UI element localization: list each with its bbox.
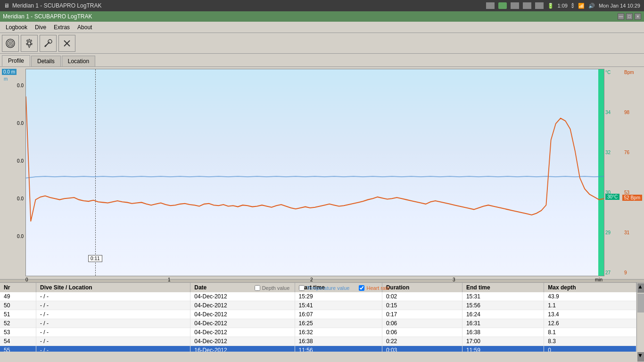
y-axis-right-temp: °C 34 32 30 30°C 29 27 xyxy=(604,69,623,276)
bpm-value-98: 98 xyxy=(624,110,641,115)
hr-checkbox[interactable] xyxy=(359,285,364,291)
table-row[interactable]: 55 - / - 16-Dec-2012 11:56 0:03 11:59 0 xyxy=(0,346,636,352)
menu-about[interactable]: About xyxy=(74,23,96,32)
cell-depth: 13.4 xyxy=(544,310,636,319)
maximize-button[interactable]: □ xyxy=(626,13,633,20)
legend-hr: Heart rate xyxy=(359,285,389,291)
temp-value-27: 27 xyxy=(605,270,622,275)
current-bpm-badge: 52 Bpm xyxy=(622,195,642,201)
menu-logbook[interactable]: Logbook xyxy=(2,23,31,32)
table-row[interactable]: 53 - / - 04-Dec-2012 16:32 0:06 16:38 8.… xyxy=(0,328,636,337)
cell-nr: 51 xyxy=(0,310,36,319)
scrollbar-down-arrow[interactable]: ▼ xyxy=(637,352,644,362)
tab-location[interactable]: Location xyxy=(62,56,95,66)
cell-start: 16:07 xyxy=(295,310,382,319)
x-label-3: 3 xyxy=(453,277,455,282)
tools-button[interactable] xyxy=(40,35,57,52)
titlebar-app-info: 🖥 Meridian 1 - SCUBAPRO LogTRAK xyxy=(4,2,101,9)
y-axis-right-bpm: Bpm 98 76 53 52 Bpm 31 9 xyxy=(623,69,642,276)
legend-depth: Depth value xyxy=(255,285,290,291)
cell-depth: 12.6 xyxy=(544,319,636,328)
wifi-icon: 📶 xyxy=(578,3,585,9)
cell-nr: 53 xyxy=(0,328,36,337)
temp-value-30: 30 30°C xyxy=(605,190,622,195)
cell-date: 04-Dec-2012 xyxy=(190,301,295,310)
cell-date: 04-Dec-2012 xyxy=(190,310,295,319)
cell-nr: 52 xyxy=(0,319,36,328)
bpm-axis-header: Bpm xyxy=(624,70,641,75)
scrollbar-thumb[interactable] xyxy=(637,294,644,313)
cell-depth: 1.1 xyxy=(544,301,636,310)
close-x-button[interactable] xyxy=(58,35,75,52)
temperature-line xyxy=(26,176,604,178)
cell-site: - / - xyxy=(36,319,190,328)
y-label-3: 0.0 xyxy=(17,158,24,164)
cell-site: - / - xyxy=(36,328,190,337)
minimize-button[interactable]: — xyxy=(618,13,624,20)
y-label-5: 0.0 xyxy=(17,234,24,239)
system-time: 1:09 xyxy=(558,3,568,8)
fingerprint-button[interactable] xyxy=(2,35,19,52)
legend-depth-label: Depth value xyxy=(262,285,290,291)
gear-icon xyxy=(24,38,34,49)
bpm-value-9: 9 xyxy=(624,270,641,275)
close-button[interactable]: × xyxy=(635,13,641,20)
tab-profile[interactable]: Profile xyxy=(2,55,30,66)
cell-end: 16:24 xyxy=(462,310,544,319)
settings-button[interactable] xyxy=(21,35,38,52)
system-datetime: Mon Jan 14 10:29 xyxy=(599,3,640,8)
sys-x-icon xyxy=(523,2,531,9)
sys-chat-icon xyxy=(498,2,507,9)
titlebar-title: Meridian 1 - SCUBAPRO LogTRAK xyxy=(12,2,101,9)
temp-axis-header: °C xyxy=(605,70,622,75)
x-axis: 0 1 2 3 min xyxy=(2,276,604,283)
tab-details[interactable]: Details xyxy=(31,56,61,66)
bpm-value-53: 53 52 Bpm xyxy=(624,190,641,195)
cell-duration: 0:06 xyxy=(382,328,462,337)
cell-duration: 0:15 xyxy=(382,301,462,310)
table-row[interactable]: 50 - / - 04-Dec-2012 15:41 0:15 15:56 1.… xyxy=(0,301,636,310)
cell-depth: 8.3 xyxy=(544,337,636,346)
battery-indicator: 🔋 xyxy=(547,3,554,9)
cell-site: - / - xyxy=(36,310,190,319)
cell-depth: 0 xyxy=(544,346,636,352)
window-title: Meridian 1 - SCUBAPRO LogTRAK xyxy=(3,13,92,20)
cell-end: 17:00 xyxy=(462,337,544,346)
table-row[interactable]: 52 - / - 04-Dec-2012 16:25 0:06 16:31 12… xyxy=(0,319,636,328)
cell-start: 16:32 xyxy=(295,328,382,337)
cell-start: 11:56 xyxy=(295,346,382,352)
sys-disk-icon xyxy=(511,2,519,9)
window-bar: Meridian 1 - SCUBAPRO LogTRAK — □ × xyxy=(0,11,644,22)
x-label-1: 1 xyxy=(168,277,171,282)
bluetooth-icon: ₿ xyxy=(571,3,574,8)
legend-hr-label: Heart rate xyxy=(366,285,389,291)
table-row[interactable]: 54 - / - 04-Dec-2012 16:38 0:22 17:00 8.… xyxy=(0,337,636,346)
temp-checkbox[interactable] xyxy=(299,285,305,291)
svg-point-3 xyxy=(10,43,11,44)
cell-duration: 0:03 xyxy=(382,346,462,352)
depth-checkbox[interactable] xyxy=(255,285,260,291)
cell-start: 16:38 xyxy=(295,337,382,346)
menu-extras[interactable]: Extras xyxy=(50,23,74,32)
menu-dive[interactable]: Dive xyxy=(31,23,50,32)
temp-value-34: 34 xyxy=(605,110,622,115)
chart-area: 0:11 xyxy=(25,69,604,276)
sys-mail-icon xyxy=(535,2,544,9)
volume-icon: 🔊 xyxy=(588,3,595,9)
cell-end: 11:59 xyxy=(462,346,544,352)
cell-date: 04-Dec-2012 xyxy=(190,328,295,337)
cell-site: - / - xyxy=(36,301,190,310)
current-temp-badge: 30°C xyxy=(605,194,619,200)
chart-legend: Depth value Temperature value Heart rate xyxy=(2,283,642,294)
cell-end: 16:31 xyxy=(462,319,544,328)
cell-start: 15:41 xyxy=(295,301,382,310)
app-icon: 🖥 xyxy=(4,2,9,9)
tab-bar: Profile Details Location xyxy=(0,54,644,67)
window-controls[interactable]: — □ × xyxy=(618,13,641,20)
cell-nr: 50 xyxy=(0,301,36,310)
titlebar-system: 🔋 1:09 ₿ 📶 🔊 Mon Jan 14 10:29 xyxy=(486,2,641,9)
chart-container: 0.0 m m 0.0 0.0 0.0 0.0 0.0 0:11 xyxy=(0,67,644,279)
table-row[interactable]: 51 - / - 04-Dec-2012 16:07 0:17 16:24 13… xyxy=(0,310,636,319)
cell-site: - / - xyxy=(36,346,190,352)
depth-unit-label: m xyxy=(4,76,8,82)
